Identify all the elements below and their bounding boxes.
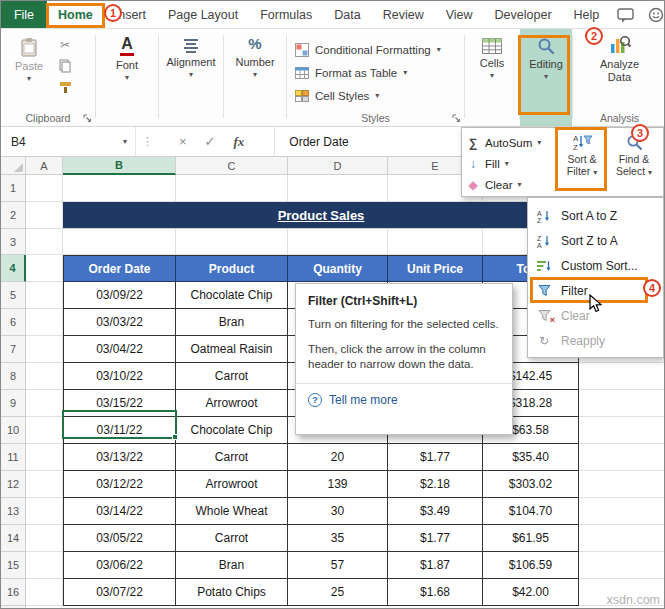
table-cell[interactable] bbox=[579, 552, 665, 579]
fill-button[interactable]: ↓ Fill ▾ bbox=[466, 153, 556, 174]
table-cell[interactable] bbox=[26, 255, 63, 282]
table-cell[interactable]: Carrot bbox=[176, 444, 288, 471]
insert-function-icon[interactable]: fx bbox=[234, 134, 245, 150]
clear-button[interactable]: ◆ Clear ▾ bbox=[466, 174, 556, 195]
table-cell[interactable]: Oatmeal Raisin bbox=[176, 336, 288, 363]
format-painter-icon[interactable] bbox=[59, 81, 72, 94]
row-header[interactable]: 12 bbox=[1, 471, 26, 498]
table-cell[interactable]: $106.59 bbox=[483, 552, 579, 579]
row-header[interactable]: 4 bbox=[1, 255, 26, 282]
table-cell[interactable] bbox=[26, 498, 63, 525]
header-cell-product[interactable]: Product bbox=[176, 255, 288, 282]
table-cell[interactable] bbox=[579, 471, 665, 498]
table-cell[interactable] bbox=[579, 363, 665, 390]
table-cell[interactable] bbox=[26, 229, 63, 255]
table-cell[interactable]: Arrowroot bbox=[176, 471, 288, 498]
header-cell-unit-price[interactable]: Unit Price bbox=[388, 255, 483, 282]
header-cell-quantity[interactable]: Quantity bbox=[288, 255, 388, 282]
table-cell[interactable] bbox=[26, 525, 63, 552]
row-header[interactable]: 5 bbox=[1, 282, 26, 309]
table-cell[interactable]: 03/05/22 bbox=[63, 525, 176, 552]
table-cell[interactable]: $104.70 bbox=[483, 498, 579, 525]
table-cell[interactable]: $1.77 bbox=[388, 525, 483, 552]
enter-icon[interactable]: ✓ bbox=[205, 134, 216, 149]
table-cell[interactable]: $61.95 bbox=[483, 525, 579, 552]
row-header[interactable]: 1 bbox=[1, 175, 26, 202]
tab-data[interactable]: Data bbox=[323, 1, 371, 28]
table-cell[interactable] bbox=[26, 552, 63, 579]
number-group-button[interactable]: % Number ▾ bbox=[224, 35, 286, 79]
table-cell[interactable]: 57 bbox=[288, 552, 388, 579]
table-cell[interactable] bbox=[26, 579, 63, 606]
paste-button[interactable]: Paste ▾ bbox=[9, 37, 49, 83]
autosum-button[interactable]: ∑ AutoSum ▾ bbox=[466, 132, 556, 153]
tab-view[interactable]: View bbox=[435, 1, 484, 28]
table-cell[interactable]: 03/09/22 bbox=[63, 282, 176, 309]
tab-home[interactable]: Home bbox=[47, 1, 104, 28]
table-cell[interactable]: $1.87 bbox=[388, 552, 483, 579]
row-header[interactable]: 6 bbox=[1, 309, 26, 336]
row-header[interactable]: 15 bbox=[1, 552, 26, 579]
table-cell[interactable]: $1.77 bbox=[388, 444, 483, 471]
tab-review[interactable]: Review bbox=[372, 1, 435, 28]
tab-help[interactable]: Help bbox=[563, 1, 611, 28]
column-header-c[interactable]: C bbox=[176, 157, 288, 175]
menu-item-sort-z-to-a[interactable]: ZA Sort Z to A bbox=[528, 228, 663, 253]
table-cell[interactable] bbox=[26, 202, 63, 229]
row-header[interactable]: 14 bbox=[1, 525, 26, 552]
table-cell[interactable] bbox=[26, 282, 63, 309]
menu-item-sort-a-to-z[interactable]: AZ Sort A to Z bbox=[528, 203, 663, 228]
table-cell[interactable]: Potato Chips bbox=[176, 579, 288, 606]
table-cell[interactable]: 03/07/22 bbox=[63, 579, 176, 606]
table-cell[interactable]: $2.18 bbox=[388, 471, 483, 498]
name-box[interactable]: B4 ▾ bbox=[1, 127, 136, 156]
table-cell[interactable]: 03/06/22 bbox=[63, 552, 176, 579]
editing-group-button[interactable]: Editing ▾ bbox=[520, 35, 572, 81]
table-cell[interactable]: 03/13/22 bbox=[63, 444, 176, 471]
row-header[interactable]: 8 bbox=[1, 363, 26, 390]
select-all-corner[interactable] bbox=[1, 157, 26, 175]
table-cell[interactable]: 03/04/22 bbox=[63, 336, 176, 363]
table-cell[interactable] bbox=[579, 525, 665, 552]
row-header[interactable]: 13 bbox=[1, 498, 26, 525]
tab-page-layout[interactable]: Page Layout bbox=[157, 1, 249, 28]
table-cell[interactable] bbox=[26, 363, 63, 390]
table-cell[interactable]: Chocolate Chip bbox=[176, 282, 288, 309]
table-cell[interactable] bbox=[176, 229, 288, 255]
table-cell[interactable] bbox=[26, 336, 63, 363]
table-cell[interactable] bbox=[26, 444, 63, 471]
table-cell[interactable]: $42.00 bbox=[483, 579, 579, 606]
table-cell[interactable]: 25 bbox=[288, 579, 388, 606]
table-cell[interactable]: Bran bbox=[176, 309, 288, 336]
row-header[interactable]: 16 bbox=[1, 579, 26, 606]
table-cell[interactable] bbox=[176, 175, 288, 202]
table-cell[interactable] bbox=[26, 175, 63, 202]
cancel-icon[interactable]: × bbox=[179, 134, 187, 149]
table-cell[interactable]: 03/14/22 bbox=[63, 498, 176, 525]
table-cell[interactable]: Chocolate Chip bbox=[176, 417, 288, 444]
column-header-b[interactable]: B bbox=[63, 157, 176, 175]
table-cell[interactable]: 03/12/22 bbox=[63, 471, 176, 498]
tell-me-more-link[interactable]: ? Tell me more bbox=[308, 393, 500, 407]
table-cell[interactable]: 03/11/22 bbox=[63, 417, 176, 444]
sheet-title[interactable]: Product Sales bbox=[63, 202, 579, 229]
table-cell[interactable] bbox=[288, 175, 388, 202]
tab-formulas[interactable]: Formulas bbox=[249, 1, 323, 28]
table-cell[interactable] bbox=[579, 498, 665, 525]
table-cell[interactable] bbox=[26, 390, 63, 417]
table-cell[interactable] bbox=[26, 417, 63, 444]
table-cell[interactable]: 03/15/22 bbox=[63, 390, 176, 417]
table-cell[interactable] bbox=[579, 444, 665, 471]
table-cell[interactable]: 20 bbox=[288, 444, 388, 471]
column-header-d[interactable]: D bbox=[288, 157, 388, 175]
table-cell[interactable]: 35 bbox=[288, 525, 388, 552]
row-header[interactable]: 11 bbox=[1, 444, 26, 471]
font-group-button[interactable]: A Font ▾ bbox=[96, 35, 158, 82]
clipboard-dialog-launcher-icon[interactable] bbox=[83, 114, 92, 123]
row-header[interactable]: 7 bbox=[1, 336, 26, 363]
table-cell[interactable]: 30 bbox=[288, 498, 388, 525]
conditional-formatting-button[interactable]: Conditional Formatting ▾ bbox=[295, 40, 441, 60]
table-cell[interactable]: Carrot bbox=[176, 525, 288, 552]
table-cell[interactable] bbox=[26, 309, 63, 336]
feedback-smiley-icon[interactable] bbox=[648, 7, 664, 23]
